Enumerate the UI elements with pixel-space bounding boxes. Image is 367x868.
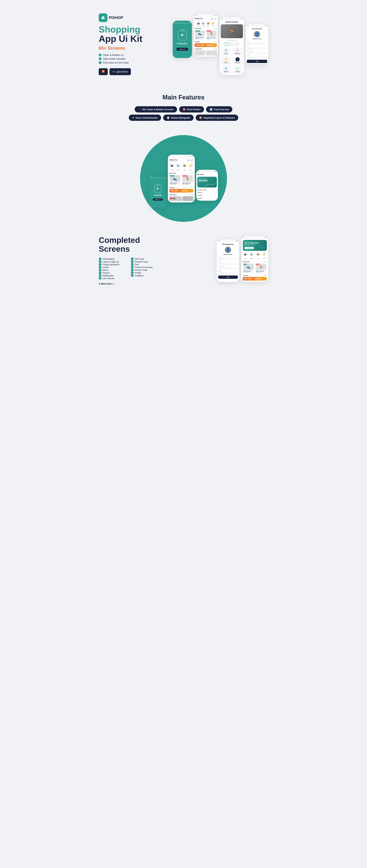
brand-xuali[interactable]: X Xualiocton 30.7k followers	[232, 56, 243, 65]
svg-rect-5	[103, 70, 104, 71]
livestream-row: LIVE	[195, 50, 217, 56]
user-greeting: Good Morning!	[195, 19, 203, 20]
circle-search-icon[interactable]: 🔍	[187, 159, 190, 162]
livestream-label-2: Livestream	[169, 194, 176, 195]
search-icon[interactable]: 🔍	[210, 18, 214, 20]
comp-product-2[interactable]: 50% OFF 🪑 Have a relax chair $108.00 $20…	[255, 263, 267, 273]
svg-text:P: P	[103, 17, 104, 19]
cat-sneaker[interactable]: 👟 Sneaker	[201, 21, 205, 27]
check-purchase: ✓	[131, 266, 134, 269]
livestream-see-all[interactable]: See all	[214, 49, 217, 50]
cat-bag[interactable]: 👜 Bag	[206, 21, 210, 27]
brand-name: PISHOP	[109, 16, 123, 20]
circle-cat-2[interactable]: 👟 Sneaker	[176, 163, 180, 171]
completed-field-email[interactable]: Type here	[218, 262, 238, 265]
personal-info-phone: 9:41 ◎ ▬ Personal info 👤 Eleanor Pena Na…	[246, 24, 268, 64]
livestream-item-2[interactable]	[206, 50, 217, 56]
brand-vokum[interactable]: V Vokum Jac 10.5k followers	[232, 48, 243, 56]
coupon-see-all[interactable]: See all	[214, 41, 217, 42]
flash-see-all-2[interactable]: See all	[190, 173, 193, 174]
feature-label-1: Clean & Modern Ui	[103, 54, 123, 56]
field-phone[interactable]: Type here	[247, 52, 267, 54]
comp-product-1[interactable]: 50% OFF 👟 Nike Runnerdick $30.00 $70.00	[243, 263, 254, 273]
product-card-1[interactable]: 50% OFF 👟 Nike Runnerdick $30.00	[195, 30, 205, 40]
completed-item-promo: ✓ Promo Code	[131, 269, 158, 271]
comp-cat-1[interactable]: 📷 Camera	[244, 252, 247, 259]
cat-label-cam: Camera	[170, 169, 174, 170]
explore-button[interactable]: Explore Us	[176, 48, 188, 51]
circle-cat-4[interactable]: 💡 Lamp	[189, 163, 193, 171]
shoe-thumb-3[interactable]	[235, 42, 239, 46]
circle-product-1[interactable]: 50% OFF 👟 Nike Runnerdick $30.00 $70.00	[169, 175, 181, 185]
field-email[interactable]: Type here	[247, 47, 267, 50]
livestream-row-2: Livestream See all	[169, 194, 193, 195]
badge-layers: 🎨 Organized Layers & Artboard	[196, 115, 238, 121]
comp-cat-4[interactable]: 💡 Lamp	[262, 252, 266, 259]
completed-coupon-banner[interactable]: 10 % Discount Grab your Discount! Shop N…	[243, 240, 267, 251]
store-menu-shipping[interactable]: Shipping ›	[197, 191, 217, 194]
comp-snk-icon: 👟	[250, 252, 254, 256]
brand-optrics[interactable]: O Optrics 22.5k followers	[221, 48, 231, 56]
livestream-see-all-2[interactable]: See all	[190, 194, 193, 195]
edit-button[interactable]: Edit	[247, 60, 267, 63]
field-name[interactable]: Type here	[247, 42, 267, 45]
light-icon: ✦	[113, 70, 115, 73]
circle-cat-3[interactable]: 👜 Bag	[182, 163, 187, 171]
completed-edit-btn[interactable]: Edit	[218, 276, 238, 279]
flash-sale-header: Flash sale See all	[195, 28, 217, 29]
comp-coupon-bar[interactable]: 25% OFF GHKYG87 ›	[243, 277, 267, 281]
circle-coupon-bar[interactable]: 25% OFF GHKYG87 ›	[169, 189, 193, 192]
hero-section: P PISHOP Shopping App Ui Kit 65+ Screens…	[92, 0, 275, 87]
cat-camera[interactable]: 📷 Camera	[197, 21, 200, 27]
completed-item-gift: ✓ Gift Card	[131, 257, 158, 260]
shoe-thumb-2[interactable]	[229, 42, 234, 46]
brand-beet[interactable]: B Beetrees 21.7k followers	[232, 65, 243, 74]
completed-home-inner: 10 % Discount Grab your Discount! Shop N…	[242, 239, 268, 282]
completed-field-name[interactable]: Type here	[218, 258, 238, 260]
features-section: Main Features 📱 65+ Clean & Modern Scree…	[92, 87, 275, 130]
store-menu-label-1: Manage Products	[197, 189, 207, 190]
cat-lamp[interactable]: 💡 Lamp	[211, 21, 215, 27]
circle-cat-1[interactable]: 📷 Camera	[170, 163, 174, 171]
cart-icon[interactable]: 🛒	[214, 18, 217, 20]
field-address[interactable]: Street Address	[247, 56, 267, 59]
livestream-item-1[interactable]: LIVE	[195, 50, 205, 56]
store-menu-marketing[interactable]: Marketing ›	[197, 194, 217, 197]
circle-cart-icon[interactable]: 🛒	[190, 159, 193, 162]
store-menu-products[interactable]: Manage Products ›	[197, 189, 217, 191]
comp-cat-3[interactable]: 👜 Bag	[256, 252, 260, 259]
label-promo: Promo Code	[135, 269, 147, 271]
livestream-item-4[interactable]	[182, 196, 194, 201]
completed-field-address[interactable]: Street address	[218, 272, 238, 275]
completed-field-label-phone: Phone number	[218, 266, 238, 267]
comp-cat-2[interactable]: 👟 Sneaker	[250, 252, 254, 259]
circle-phones: 9:41 P PISHOP Explore Us 9:41	[149, 155, 218, 203]
brand-dimark[interactable]: D Dimark 32.1k followers	[221, 56, 231, 65]
logo-area: P PISHOP	[99, 13, 142, 22]
circle-greeting-sub: Good Morning!	[169, 161, 177, 162]
coupon-see-all-2[interactable]: See all	[190, 187, 193, 188]
circle-coupon-discount: 25% OFF	[171, 190, 178, 192]
product-card-2[interactable]: 50% OFF 🪑 Have a relax chair $120.00	[206, 30, 217, 40]
livestream-item-3[interactable]: LIVE	[169, 196, 182, 201]
coupon-bar[interactable]: 25% OFF GHKYG87 ›	[195, 43, 217, 47]
comp-arrow-icon: ›	[265, 278, 265, 280]
light-mode-button[interactable]: ✦ Light Mode	[110, 68, 131, 75]
figma-button[interactable]	[99, 68, 108, 75]
badge-label-4: Easy Customizeable	[136, 117, 158, 119]
completed-item-search: ✓ Search	[99, 271, 125, 274]
circle-badge-1: 50% OFF	[170, 175, 174, 177]
explore-btn-2[interactable]: Explore Us	[153, 198, 163, 201]
completed-section: Completed Screens ✓ Onboarding ✓ Log in …	[92, 229, 275, 292]
brand-followers-2: 10.5k followers	[233, 54, 242, 55]
comp-coupon-see-all[interactable]: See all	[264, 275, 267, 276]
completed-shop-now-btn[interactable]: Shop Now	[245, 247, 254, 249]
completed-field-phone[interactable]: Type here	[218, 267, 238, 270]
flash-see-all[interactable]: See all	[214, 28, 217, 29]
brand-wolf[interactable]: W Wolftrurs 22.5k followers	[221, 65, 231, 74]
circle-coupon-code: GHKYG87	[181, 190, 189, 192]
shoe-thumb-1[interactable]	[224, 42, 229, 46]
circle-product-2[interactable]: 50% OFF 🪑 Have a relax chair $120.00 $20…	[182, 175, 193, 185]
store-menu-analytics[interactable]: Analytics ›	[197, 197, 217, 199]
comp-see-all[interactable]: See all	[264, 261, 267, 262]
